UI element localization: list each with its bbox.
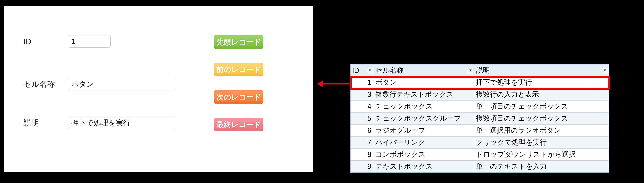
- grid-cell-name[interactable]: コンボボックス: [374, 148, 474, 160]
- grid-header-id-label: ID: [352, 66, 359, 74]
- grid-header-desc[interactable]: 説明 ▼: [474, 65, 609, 77]
- chevron-down-icon: ▼: [368, 68, 372, 72]
- grid-cell-name[interactable]: 複数行テキストボックス: [374, 89, 474, 100]
- grid-cell-id[interactable]: 1: [350, 77, 374, 89]
- prev-record-button[interactable]: 前のレコード: [214, 63, 264, 76]
- grid-cell-id[interactable]: 3: [350, 89, 374, 100]
- input-description[interactable]: [68, 117, 176, 129]
- grid-cell-name[interactable]: チェックボックスグループ: [374, 112, 474, 124]
- grid-cell-name[interactable]: テキストボックス: [374, 160, 474, 172]
- grid-cell-desc[interactable]: 押下で処理を実行: [474, 77, 609, 89]
- grid-cell-desc[interactable]: 複数行の入力と表示: [474, 89, 609, 100]
- grid-cell-name[interactable]: チェックボックス: [374, 100, 474, 112]
- grid-cell-id[interactable]: 5: [350, 112, 374, 124]
- filter-handle-id[interactable]: ▼: [367, 68, 373, 73]
- arrow-line-icon: [323, 83, 351, 84]
- grid-cell-desc[interactable]: 単一のテキストを入力: [474, 160, 609, 172]
- label-cell-name: セル名称: [24, 79, 68, 89]
- grid-cell-desc[interactable]: ドロップダウンリストから選択: [474, 148, 609, 160]
- grid-cell-desc[interactable]: 単一項目のチェックボックス: [474, 100, 609, 112]
- grid-row[interactable]: 7ハイパーリンククリックで処理を実行: [350, 136, 609, 148]
- data-grid-panel: ID ▼ セル名称 ▼ 説明 ▼ 1ボタン押下で処理を実行3複数行テキストボック…: [350, 64, 609, 173]
- form-row-desc: 説明: [24, 117, 176, 129]
- grid-row[interactable]: 5チェックボックスグループ複数項目のチェックボックス: [350, 112, 609, 124]
- grid-cell-id[interactable]: 6: [350, 124, 374, 136]
- filter-handle-desc[interactable]: ▼: [602, 68, 608, 73]
- last-record-button[interactable]: 最終レコード: [214, 118, 264, 131]
- grid-cell-desc[interactable]: 単一選択用のラジオボタン: [474, 124, 609, 136]
- grid-cell-name[interactable]: ラジオグループ: [374, 124, 474, 136]
- grid-cell-desc[interactable]: クリックで処理を実行: [474, 136, 609, 148]
- grid-row[interactable]: 1ボタン押下で処理を実行: [350, 77, 609, 89]
- grid-cell-name[interactable]: ハイパーリンク: [374, 136, 474, 148]
- grid-header-name[interactable]: セル名称 ▼: [374, 65, 474, 77]
- first-record-button[interactable]: 先頭レコード: [214, 35, 264, 49]
- chevron-down-icon: ▼: [469, 68, 472, 72]
- grid-cell-id[interactable]: 7: [350, 136, 374, 148]
- next-record-button[interactable]: 次のレコード: [214, 90, 264, 104]
- input-id[interactable]: [68, 35, 110, 48]
- label-id: ID: [24, 37, 68, 46]
- grid-cell-id[interactable]: 9: [350, 160, 374, 172]
- record-form-panel: ID セル名称 説明 先頭レコード 前のレコード 次のレコード 最終レコード: [4, 6, 313, 172]
- grid-row[interactable]: 8コンボボックスドロップダウンリストから選択: [350, 148, 609, 160]
- grid-header-row: ID ▼ セル名称 ▼ 説明 ▼: [350, 65, 609, 77]
- grid-header-desc-label: 説明: [476, 66, 490, 74]
- grid-row[interactable]: 6ラジオグループ単一選択用のラジオボタン: [350, 124, 609, 136]
- record-nav-column: 先頭レコード 前のレコード 次のレコード 最終レコード: [214, 35, 264, 131]
- data-grid-table: ID ▼ セル名称 ▼ 説明 ▼ 1ボタン押下で処理を実行3複数行テキストボック…: [350, 64, 609, 172]
- grid-cell-desc[interactable]: 複数項目のチェックボックス: [474, 112, 609, 124]
- arrow-head-icon: [317, 80, 323, 87]
- grid-header-name-label: セル名称: [376, 66, 404, 74]
- grid-header-id[interactable]: ID ▼: [350, 65, 374, 77]
- form-row-name: セル名称: [24, 78, 176, 90]
- binding-arrow: [317, 80, 351, 87]
- chevron-down-icon: ▼: [603, 68, 607, 72]
- grid-cell-id[interactable]: 4: [350, 100, 374, 112]
- grid-row[interactable]: 4チェックボックス単一項目のチェックボックス: [350, 100, 609, 112]
- grid-cell-name[interactable]: ボタン: [374, 77, 474, 89]
- grid-cell-id[interactable]: 8: [350, 148, 374, 160]
- grid-row[interactable]: 3複数行テキストボックス複数行の入力と表示: [350, 89, 609, 100]
- grid-row[interactable]: 9テキストボックス単一のテキストを入力: [350, 160, 609, 172]
- filter-handle-name[interactable]: ▼: [468, 68, 474, 73]
- form-row-id: ID: [24, 35, 110, 48]
- label-description: 説明: [24, 118, 68, 128]
- input-cell-name[interactable]: [68, 78, 176, 90]
